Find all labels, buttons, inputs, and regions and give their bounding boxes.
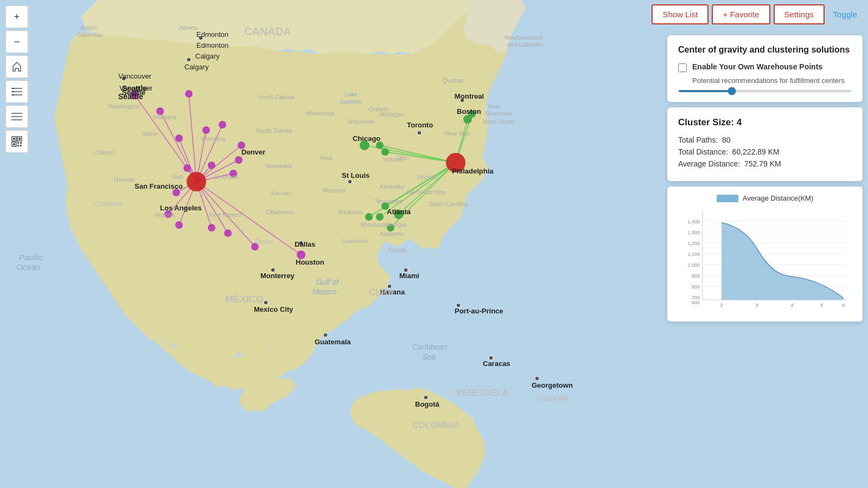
svg-text:Alberta: Alberta	[179, 24, 199, 31]
layers-button[interactable]	[5, 80, 28, 103]
qr-icon	[11, 136, 22, 147]
svg-text:Miami: Miami	[399, 272, 419, 280]
qr-button[interactable]	[5, 130, 28, 153]
svg-rect-183	[20, 145, 22, 146]
chart-legend: Average Distance(KM)	[676, 194, 854, 202]
zoom-in-button[interactable]: +	[5, 5, 28, 28]
svg-text:Missouri: Missouri	[323, 187, 345, 194]
svg-text:South Dakota: South Dakota	[256, 127, 293, 134]
svg-text:GUYANA: GUYANA	[537, 394, 569, 403]
svg-text:San Francisco: San Francisco	[135, 182, 183, 190]
svg-text:Atlanta: Atlanta	[387, 208, 411, 216]
svg-text:Mexico City: Mexico City	[254, 305, 293, 313]
legend-label-text: Average Distance(KM)	[743, 194, 814, 202]
svg-text:Oregon: Oregon	[95, 149, 115, 156]
svg-point-41	[183, 164, 191, 172]
svg-point-58	[365, 213, 373, 221]
svg-text:Gulf of: Gulf of	[316, 278, 340, 286]
svg-text:Chicago: Chicago	[353, 134, 380, 143]
svg-text:South Carolina: South Carolina	[429, 201, 469, 207]
svg-text:CUBA: CUBA	[369, 288, 394, 297]
svg-text:1,200: 1,200	[687, 241, 700, 246]
svg-text:Minnesota: Minnesota	[307, 110, 335, 117]
cluster-panel: Cluster Size: 4 Total Paths: 80 Total Di…	[667, 107, 863, 181]
svg-text:St Louis: St Louis	[342, 171, 369, 179]
svg-text:Pacific: Pacific	[19, 253, 43, 262]
svg-text:Toronto: Toronto	[407, 121, 433, 129]
total-distance-value: 60,222.89 KM	[732, 147, 780, 156]
svg-text:Edmonton: Edmonton	[196, 41, 228, 49]
svg-text:1,100: 1,100	[687, 252, 700, 257]
svg-text:Wyoming: Wyoming	[201, 136, 226, 142]
svg-text:Caribbean: Caribbean	[412, 343, 448, 351]
svg-text:COLOMBIA: COLOMBIA	[412, 421, 460, 430]
toggle-link[interactable]: Toggle	[828, 5, 863, 23]
svg-rect-182	[17, 145, 19, 146]
svg-text:Houston: Houston	[296, 258, 324, 266]
svg-text:1,000: 1,000	[687, 262, 700, 268]
slider-input[interactable]	[678, 90, 852, 92]
svg-text:Philadelphia: Philadelphia	[452, 167, 494, 175]
svg-text:Lake: Lake	[344, 91, 358, 98]
svg-text:Kansas: Kansas	[271, 190, 291, 196]
svg-rect-179	[13, 143, 15, 145]
svg-text:1,300: 1,300	[687, 230, 700, 235]
svg-text:Ocean: Ocean	[16, 262, 40, 272]
svg-point-60	[187, 57, 191, 62]
avg-distance-value: 752.79 KM	[744, 159, 781, 168]
checkbox-sub-text: Potential recommendations for fulfillmen…	[692, 76, 852, 85]
svg-point-168	[12, 91, 14, 93]
chart-panel: Average Distance(KM)	[667, 187, 863, 322]
svg-text:Superior: Superior	[340, 98, 363, 105]
svg-text:Mexico: Mexico	[312, 287, 337, 296]
home-button[interactable]	[5, 55, 28, 78]
svg-text:900: 900	[692, 273, 700, 279]
cluster-title: Cluster Size: 4	[678, 117, 852, 128]
svg-point-69	[323, 333, 328, 337]
show-list-button[interactable]: Show List	[652, 4, 709, 24]
total-distance-label: Total Distance:	[678, 147, 728, 156]
svg-text:Montana: Montana	[153, 114, 177, 120]
svg-text:British: British	[80, 24, 97, 31]
svg-text:Arkansas: Arkansas	[338, 209, 363, 215]
svg-point-74	[535, 376, 539, 381]
svg-text:and Labrador: and Labrador	[507, 41, 543, 48]
svg-text:Florida: Florida	[388, 247, 407, 253]
svg-text:Boston: Boston	[457, 107, 481, 115]
svg-text:CANADA: CANADA	[244, 25, 291, 37]
total-paths-label: Total Paths:	[678, 136, 718, 144]
svg-text:Colorado: Colorado	[214, 174, 239, 180]
svg-text:Quebec: Quebec	[442, 77, 465, 85]
svg-text:North Dakota: North Dakota	[259, 94, 295, 100]
svg-point-44	[175, 221, 183, 229]
svg-point-63	[417, 131, 422, 135]
svg-text:Los Angeles: Los Angeles	[160, 204, 202, 212]
settings-button[interactable]: Settings	[774, 4, 825, 24]
svg-text:Monterrey: Monterrey	[260, 272, 295, 280]
svg-text:New Mexico: New Mexico	[209, 211, 241, 218]
svg-text:Mississippi: Mississippi	[361, 221, 390, 228]
favorite-button[interactable]: + Favorite	[712, 4, 770, 24]
gravity-panel-title: Center of gravity and clustering solutio…	[678, 45, 852, 55]
svg-text:Seattle: Seattle	[122, 88, 145, 97]
svg-text:New York: New York	[445, 130, 470, 137]
zoom-out-button[interactable]: −	[5, 30, 28, 53]
svg-point-34	[175, 134, 183, 142]
svg-text:Tennessee: Tennessee	[374, 198, 403, 204]
svg-text:600: 600	[692, 300, 700, 305]
svg-text:Indiana: Indiana	[383, 156, 403, 163]
svg-point-46	[224, 229, 232, 237]
chart-area: 1,400 1,300 1,200 1,100 1,000 900 800 70…	[676, 208, 854, 316]
svg-text:Iowa: Iowa	[320, 155, 333, 161]
svg-text:Oklahoma: Oklahoma	[266, 209, 293, 215]
avg-distance-stat: Average Distance: 752.79 KM	[678, 159, 852, 168]
svg-text:5: 5	[820, 303, 823, 308]
svg-text:Calgary: Calgary	[195, 52, 220, 60]
svg-text:Utah: Utah	[171, 174, 183, 180]
svg-text:Wisconsin: Wisconsin	[347, 118, 374, 125]
svg-text:Brunswick: Brunswick	[486, 110, 513, 117]
svg-text:Washington: Washington	[108, 103, 140, 110]
menu-button[interactable]	[5, 105, 28, 128]
enable-warehouse-checkbox[interactable]	[678, 63, 687, 72]
svg-text:Kentucky: Kentucky	[380, 183, 405, 190]
